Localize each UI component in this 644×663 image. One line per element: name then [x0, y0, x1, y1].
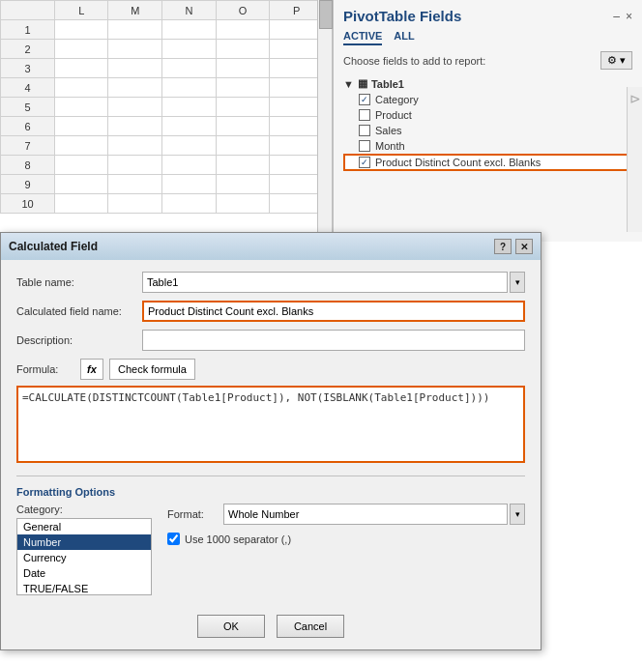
pivot-header-icons: – ×: [613, 10, 632, 23]
field-label-category: Category: [375, 94, 419, 105]
format-dropdown-container: ▾: [223, 504, 525, 525]
pivot-tabs: ACTIVE ALL: [334, 28, 642, 49]
dialog-close-button[interactable]: ✕: [515, 239, 533, 254]
calc-field-name-label: Calculated field name:: [16, 305, 142, 317]
field-item-month[interactable]: Month: [343, 138, 632, 154]
table-icon: ▦: [358, 77, 367, 90]
separator-checkbox[interactable]: [167, 533, 180, 545]
formula-label: Formula:: [16, 363, 74, 375]
vertical-scrollbar[interactable]: [317, 0, 333, 242]
check-formula-button[interactable]: Check formula: [109, 359, 195, 380]
description-label: Description:: [16, 334, 142, 346]
separator-row: Use 1000 separator (,): [167, 533, 525, 545]
field-checkbox-product[interactable]: [359, 109, 370, 121]
pivot-fields-list: ▼ ▦ Table1 Category Product Sales Month …: [334, 72, 642, 175]
pivot-subtitle: Choose fields to add to report:: [343, 55, 485, 67]
calculated-field-dialog: Calculated Field ? ✕ Table name: ▾ Calcu…: [0, 232, 542, 650]
cat-item-date[interactable]: Date: [17, 565, 151, 581]
fx-button[interactable]: fx: [80, 359, 103, 380]
field-label-sales: Sales: [375, 125, 402, 136]
calc-field-name-input[interactable]: [142, 301, 525, 322]
cat-item-number[interactable]: Number: [17, 534, 151, 550]
table-name-label: Table name:: [16, 276, 142, 288]
dialog-footer: OK Cancel: [1, 607, 541, 649]
tab-all[interactable]: ALL: [394, 30, 414, 45]
category-label: Category:: [16, 504, 152, 515]
field-label-product: Product: [375, 109, 412, 121]
category-col: Category: General Number Currency Date T…: [16, 504, 152, 595]
field-item-sales[interactable]: Sales: [343, 123, 632, 138]
close-icon[interactable]: ×: [626, 10, 632, 23]
field-checkbox-sales[interactable]: [359, 125, 370, 136]
format-input[interactable]: [223, 504, 508, 525]
cat-item-currency[interactable]: Currency: [17, 550, 151, 565]
pivot-table-header: ▼ ▦ Table1: [343, 75, 632, 92]
pivot-panel-header: PivotTable Fields – ×: [334, 0, 642, 28]
field-label-product-distinct: Product Distinct Count excl. Blanks: [375, 157, 541, 168]
formatting-row: Category: General Number Currency Date T…: [16, 504, 525, 595]
ok-button[interactable]: OK: [197, 615, 265, 638]
field-item-product[interactable]: Product: [343, 107, 632, 123]
dialog-body: Table name: ▾ Calculated field name: Des…: [1, 260, 541, 607]
dialog-titlebar: Calculated Field ? ✕: [1, 233, 541, 260]
pivot-table-name-label: Table1: [371, 78, 404, 90]
category-list[interactable]: General Number Currency Date TRUE/FALSE: [16, 518, 152, 595]
format-label: Format:: [167, 508, 216, 520]
description-input[interactable]: [142, 330, 525, 351]
formula-label-row: Formula: fx Check formula: [16, 359, 525, 380]
table-name-dropdown-arrow[interactable]: ▾: [510, 272, 525, 293]
cancel-button[interactable]: Cancel: [277, 615, 344, 638]
formula-textarea[interactable]: [16, 386, 525, 463]
tab-active[interactable]: ACTIVE: [343, 30, 382, 45]
description-row: Description:: [16, 330, 525, 351]
minimize-icon[interactable]: –: [613, 10, 620, 23]
spreadsheet-area: L M N O P 1 2 3 4 5 6 7 8 9 10: [0, 0, 324, 242]
field-checkbox-month[interactable]: [359, 140, 370, 152]
scrollbar-thumb[interactable]: [319, 0, 333, 29]
field-label-month: Month: [375, 140, 405, 152]
divider: [16, 476, 525, 476]
dialog-help-button[interactable]: ?: [494, 239, 512, 254]
collapse-triangle-icon[interactable]: ▼: [343, 78, 354, 90]
filter-panel-icon[interactable]: ⊳: [629, 91, 641, 106]
field-item-category[interactable]: Category: [343, 92, 632, 107]
formatting-options-title: Formatting Options: [16, 486, 525, 498]
gear-icon: ⚙: [607, 54, 617, 67]
gear-dropdown-arrow: ▾: [620, 54, 626, 67]
field-checkbox-category[interactable]: [359, 94, 370, 105]
table-name-row: Table name: ▾: [16, 272, 525, 293]
dialog-title-buttons: ? ✕: [494, 239, 533, 254]
format-row: Format: ▾: [167, 504, 525, 525]
field-checkbox-product-distinct[interactable]: [359, 157, 370, 168]
pivot-panel-title: PivotTable Fields: [343, 8, 461, 24]
gear-button[interactable]: ⚙ ▾: [600, 51, 632, 70]
table-name-input[interactable]: [142, 272, 508, 293]
dialog-title: Calculated Field: [9, 240, 98, 253]
format-dropdown-arrow[interactable]: ▾: [510, 504, 525, 525]
pivot-table-fields-panel: PivotTable Fields – × ACTIVE ALL Choose …: [333, 0, 642, 242]
field-item-product-distinct[interactable]: Product Distinct Count excl. Blanks: [343, 154, 632, 171]
format-col: Format: ▾ Use 1000 separator (,): [167, 504, 525, 545]
cat-item-truefalse[interactable]: TRUE/FALSE: [17, 581, 151, 595]
calc-field-name-row: Calculated field name:: [16, 301, 525, 322]
cat-item-general[interactable]: General: [17, 519, 151, 534]
separator-label: Use 1000 separator (,): [185, 533, 291, 545]
